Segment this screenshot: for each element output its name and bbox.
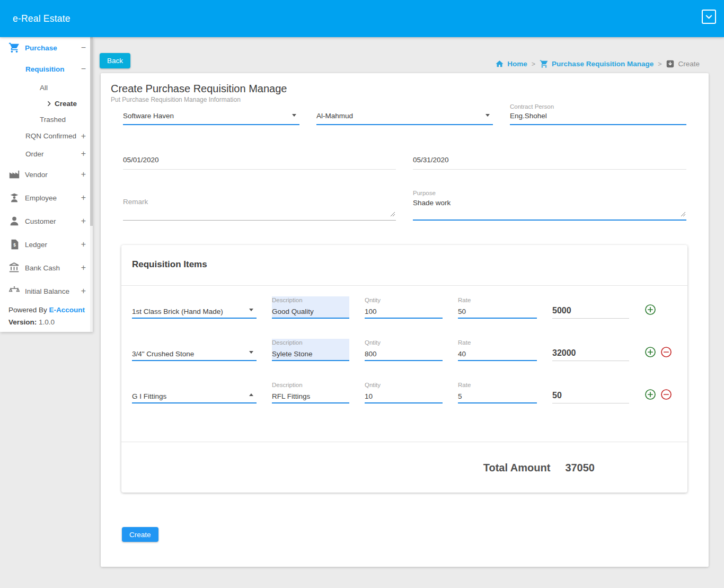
header-dropdown-button[interactable] <box>702 10 716 24</box>
item-select[interactable]: 3/4" Crushed Stone <box>132 339 257 361</box>
main-content: Back Home > Purchase Requisition Manage … <box>93 37 724 588</box>
sidebar-item-vendor[interactable]: Vendor + <box>0 163 93 186</box>
sidebar-item-label: Initial Balance <box>25 287 81 295</box>
qntity-value: 100 <box>365 308 377 315</box>
rate-input[interactable]: Rate 40 <box>458 339 537 361</box>
end-date-field[interactable]: 05/31/2020 <box>413 148 686 170</box>
resize-grip-icon[interactable] <box>681 209 686 219</box>
field-underline <box>510 124 686 125</box>
breadcrumb-create: Create <box>666 59 700 68</box>
content-topbar: Back Home > Purchase Requisition Manage … <box>93 37 724 63</box>
description-label: Description <box>272 382 303 388</box>
sidebar-item-customer[interactable]: Customer + <box>0 209 93 233</box>
row-actions <box>644 389 678 400</box>
description-value: RFL Fittings <box>272 392 310 400</box>
contract-person-field[interactable]: Contract Person Eng.Shohel <box>510 103 686 125</box>
remove-row-button[interactable] <box>660 346 672 358</box>
sidebar-item-all[interactable]: All <box>0 80 93 95</box>
factory-icon <box>8 169 20 180</box>
app-title: e-Real Estate <box>13 13 70 24</box>
employee-select[interactable]: Al-Mahmud <box>316 103 493 125</box>
field-underline <box>413 220 686 221</box>
version-label: Version: <box>8 318 37 326</box>
start-date-field[interactable]: 05/01/2020 <box>123 148 396 170</box>
box-arrow-icon <box>666 59 675 68</box>
description-input[interactable]: Description RFL Fittings <box>272 381 349 403</box>
sidebar-item-create[interactable]: Create <box>0 95 93 111</box>
ledger-icon: $ <box>8 239 20 250</box>
sidebar-item-label: Ledger <box>25 241 81 249</box>
total-amount-value: 37050 <box>565 462 595 474</box>
remark-textarea[interactable]: Remark <box>123 183 396 221</box>
description-input[interactable]: Description Good Quality <box>272 296 349 319</box>
sidebar-scrollbar-thumb[interactable] <box>90 37 93 226</box>
sidebar-item-label: Requisition <box>25 65 81 73</box>
sidebar-item-initial-balance[interactable]: Initial Balance + <box>0 279 93 303</box>
item-select[interactable]: G I Fittings <box>132 381 257 403</box>
remove-row-button[interactable] <box>660 389 672 400</box>
field-underline <box>272 402 349 403</box>
rate-input[interactable]: Rate 5 <box>458 381 537 403</box>
sidebar-item-requisition[interactable]: Requisition − <box>0 58 93 80</box>
sidebar-item-label: Bank Cash <box>25 264 81 272</box>
e-account-link[interactable]: E-Account <box>49 306 85 314</box>
contract-person-label: Contract Person <box>510 103 554 110</box>
qntity-label: Qntity <box>365 339 381 346</box>
field-underline <box>552 361 629 361</box>
breadcrumb-separator: > <box>532 60 535 68</box>
back-button[interactable]: Back <box>100 53 130 68</box>
project-select[interactable]: Software Haven <box>123 103 299 125</box>
breadcrumb-purchase-requisition-manage[interactable]: Purchase Requisition Manage <box>540 59 654 68</box>
expand-plus: + <box>81 263 86 273</box>
expand-plus: + <box>81 131 86 141</box>
purpose-textarea[interactable]: Purpose Shade work <box>413 183 686 221</box>
sidebar-item-ledger[interactable]: $ Ledger + <box>0 233 93 256</box>
bank-icon <box>8 262 20 274</box>
app-header: e-Real Estate <box>0 0 724 37</box>
qntity-value: 800 <box>365 350 377 358</box>
field-underline <box>272 360 349 361</box>
sidebar-item-purchase[interactable]: Purchase − <box>0 37 93 58</box>
chevron-down-icon <box>704 12 714 22</box>
sidebar-item-employee[interactable]: Employee + <box>0 186 93 209</box>
rate-value: 40 <box>458 350 466 358</box>
sidebar-item-label: Order <box>25 150 81 158</box>
description-value: Good Quality <box>272 308 314 315</box>
qntity-input[interactable]: Qntity 10 <box>365 381 443 403</box>
field-underline <box>552 318 629 319</box>
qntity-input[interactable]: Qntity 800 <box>365 339 443 361</box>
expand-plus: + <box>81 240 86 249</box>
amount-value: 50 <box>552 391 562 400</box>
sidebar-item-rqn-confirmed[interactable]: RQN Confirmed + <box>0 127 93 145</box>
version-value: 1.0.0 <box>39 318 55 326</box>
page-subtitle: Put Purchase Requisition Manage Informat… <box>111 96 709 103</box>
item-select[interactable]: 1st Class Brick (Hand Made) <box>132 296 257 319</box>
project-select-value: Software Haven <box>123 112 174 120</box>
sidebar-item-trashed[interactable]: Trashed <box>0 111 93 127</box>
end-date-value: 05/31/2020 <box>413 156 449 164</box>
create-button[interactable]: Create <box>122 527 158 542</box>
sidebar-item-order[interactable]: Order + <box>0 145 93 163</box>
sidebar-item-label: Purchase <box>25 44 81 52</box>
field-underline <box>123 124 299 125</box>
item-select-value: 3/4" Crushed Stone <box>132 350 194 358</box>
field-underline <box>458 360 537 361</box>
field-underline <box>316 124 493 125</box>
add-row-button[interactable] <box>644 389 656 400</box>
add-row-button[interactable] <box>644 346 656 358</box>
add-row-button[interactable] <box>644 304 656 315</box>
qntity-value: 10 <box>365 392 373 400</box>
item-row: 3/4" Crushed Stone Description Sylete St… <box>121 328 687 371</box>
total-row: Total Amount 37050 <box>121 442 687 493</box>
rate-input[interactable]: Rate 50 <box>458 296 537 319</box>
resize-grip-icon[interactable] <box>390 209 395 219</box>
breadcrumb-home[interactable]: Home <box>495 59 527 68</box>
field-underline <box>132 402 257 403</box>
description-label: Description <box>272 297 303 303</box>
start-date-value: 05/01/2020 <box>123 156 159 164</box>
qntity-input[interactable]: Qntity 100 <box>365 296 443 319</box>
amount-field: 5000 <box>552 296 629 319</box>
item-select-value: 1st Class Brick (Hand Made) <box>132 308 223 315</box>
sidebar-item-bank-cash[interactable]: Bank Cash + <box>0 256 93 279</box>
description-input[interactable]: Description Sylete Stone <box>272 339 349 361</box>
